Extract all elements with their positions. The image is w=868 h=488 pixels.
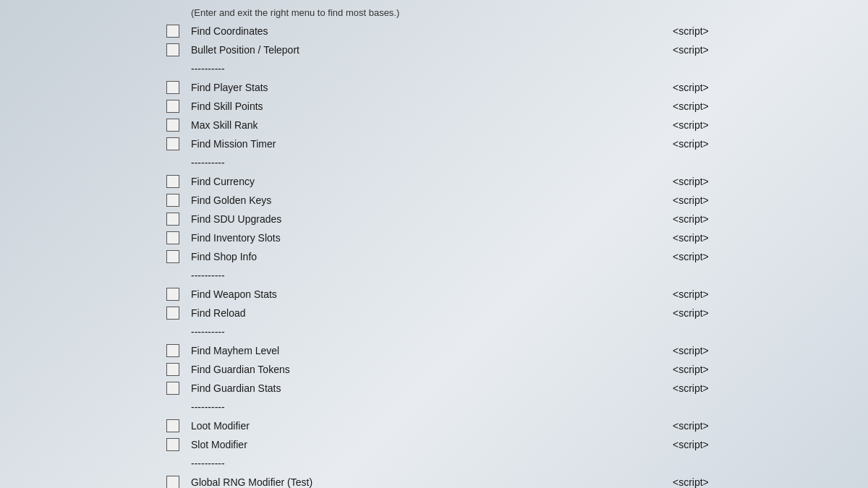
script-tag-3: <script> xyxy=(673,82,731,93)
checkbox-18[interactable] xyxy=(166,363,179,376)
separator-row: ---------- xyxy=(166,59,731,78)
separator-text: ---------- xyxy=(191,401,225,413)
separator-text: ---------- xyxy=(191,63,225,74)
item-label-15: Find Reload xyxy=(191,307,673,319)
list-item: Find Shop Info<script> xyxy=(166,247,731,266)
item-label-21: Loot Modifier xyxy=(191,420,673,432)
main-container: (Enter and exit the right menu to find m… xyxy=(0,0,868,488)
list-item: Find Weapon Stats<script> xyxy=(166,285,731,304)
item-label-22: Slot Modifier xyxy=(191,439,673,450)
script-tag-22: <script> xyxy=(673,439,731,450)
item-label-17: Find Mayhem Level xyxy=(191,345,673,356)
separator-text: ---------- xyxy=(191,157,225,168)
list-item: Find Player Stats<script> xyxy=(166,78,731,97)
item-label-12: Find Shop Info xyxy=(191,251,673,262)
item-label-11: Find Inventory Slots xyxy=(191,232,673,244)
script-tag-12: <script> xyxy=(673,251,731,262)
script-tag-0: <script> xyxy=(673,25,731,37)
note-row: (Enter and exit the right menu to find m… xyxy=(166,3,731,22)
separator-row: ---------- xyxy=(166,398,731,416)
script-tag-19: <script> xyxy=(673,382,731,394)
item-label-18: Find Guardian Tokens xyxy=(191,364,673,375)
separator-row: ---------- xyxy=(166,153,731,172)
script-tag-9: <script> xyxy=(673,194,731,206)
list-item: Find Golden Keys<script> xyxy=(166,191,731,210)
item-label-6: Find Mission Timer xyxy=(191,138,673,150)
checkbox-14[interactable] xyxy=(166,288,179,301)
script-tag-10: <script> xyxy=(673,213,731,225)
script-tag-17: <script> xyxy=(673,345,731,356)
script-tag-18: <script> xyxy=(673,364,731,375)
checkbox-19[interactable] xyxy=(166,382,179,395)
item-label-24: Global RNG Modifier (Test) xyxy=(191,476,673,488)
checkbox-10[interactable] xyxy=(166,213,179,226)
list-item: Find Guardian Tokens<script> xyxy=(166,360,731,379)
item-label-0: Find Coordinates xyxy=(191,25,673,37)
checkbox-0[interactable] xyxy=(166,25,179,38)
list-item: Find Coordinates<script> xyxy=(166,22,731,40)
item-label-3: Find Player Stats xyxy=(191,82,673,93)
checkbox-5[interactable] xyxy=(166,119,179,132)
script-tag-5: <script> xyxy=(673,119,731,131)
list-item: Find Inventory Slots<script> xyxy=(166,228,731,247)
item-label-9: Find Golden Keys xyxy=(191,194,673,206)
list-item: Find Mayhem Level<script> xyxy=(166,341,731,360)
list-item: Slot Modifier<script> xyxy=(166,435,731,454)
checkbox-22[interactable] xyxy=(166,438,179,451)
checkbox-4[interactable] xyxy=(166,100,179,113)
checkbox-21[interactable] xyxy=(166,419,179,432)
item-label-4: Find Skill Points xyxy=(191,100,673,112)
separator-row: ---------- xyxy=(166,454,731,473)
script-tag-4: <script> xyxy=(673,100,731,112)
checkbox-11[interactable] xyxy=(166,231,179,244)
item-label-10: Find SDU Upgrades xyxy=(191,213,673,225)
checkbox-9[interactable] xyxy=(166,194,179,207)
script-tag-14: <script> xyxy=(673,288,731,300)
list-item: Global RNG Modifier (Test)<script> xyxy=(166,473,731,488)
script-tag-21: <script> xyxy=(673,420,731,432)
script-tag-24: <script> xyxy=(673,476,731,488)
item-label-14: Find Weapon Stats xyxy=(191,288,673,300)
note-text: (Enter and exit the right menu to find m… xyxy=(191,7,399,18)
items-container: Find Coordinates<script>Bullet Position … xyxy=(166,22,731,488)
separator-row: ---------- xyxy=(166,322,731,341)
script-tag-11: <script> xyxy=(673,232,731,244)
script-tag-6: <script> xyxy=(673,138,731,150)
separator-row: ---------- xyxy=(166,266,731,285)
checkbox-15[interactable] xyxy=(166,307,179,320)
checkbox-1[interactable] xyxy=(166,43,179,56)
checkbox-12[interactable] xyxy=(166,250,179,263)
list-item: Loot Modifier<script> xyxy=(166,416,731,435)
item-label-8: Find Currency xyxy=(191,176,673,187)
script-tag-8: <script> xyxy=(673,176,731,187)
item-label-1: Bullet Position / Teleport xyxy=(191,44,673,56)
item-label-5: Max Skill Rank xyxy=(191,119,673,131)
list-item: Find Reload<script> xyxy=(166,304,731,322)
checkbox-3[interactable] xyxy=(166,81,179,94)
script-tag-15: <script> xyxy=(673,307,731,319)
list-area: (Enter and exit the right menu to find m… xyxy=(166,0,731,488)
separator-text: ---------- xyxy=(191,326,225,338)
list-item: Find Mission Timer<script> xyxy=(166,134,731,153)
item-label-19: Find Guardian Stats xyxy=(191,382,673,394)
list-item: Find Skill Points<script> xyxy=(166,97,731,116)
list-item: Max Skill Rank<script> xyxy=(166,116,731,134)
list-item: Bullet Position / Teleport<script> xyxy=(166,40,731,59)
list-item: Find Currency<script> xyxy=(166,172,731,191)
checkbox-6[interactable] xyxy=(166,137,179,150)
script-tag-1: <script> xyxy=(673,44,731,56)
checkbox-17[interactable] xyxy=(166,344,179,357)
checkbox-24[interactable] xyxy=(166,476,179,488)
separator-text: ---------- xyxy=(191,458,225,469)
separator-text: ---------- xyxy=(191,270,225,281)
list-item: Find Guardian Stats<script> xyxy=(166,379,731,398)
list-item: Find SDU Upgrades<script> xyxy=(166,210,731,228)
checkbox-8[interactable] xyxy=(166,175,179,188)
